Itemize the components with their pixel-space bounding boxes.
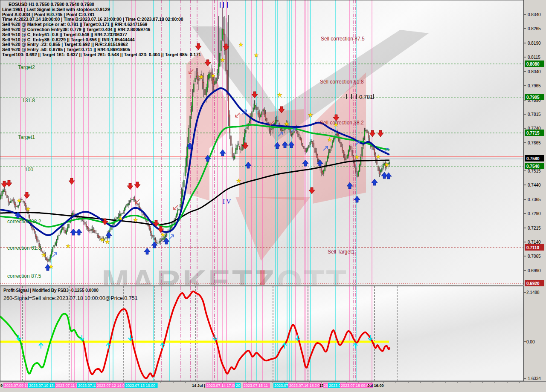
- time-label: 2023.07.14 17:00: [206, 383, 236, 388]
- star-icon: ★: [254, 52, 259, 58]
- star-icon: ★: [133, 216, 138, 223]
- star-icon: ★: [277, 92, 282, 98]
- price-tick-label: 0.7215: [528, 226, 541, 231]
- overlay-line: Sell %20 @ Entry -23: 0.855 | Target:0.6…: [2, 42, 128, 47]
- point-c-price-label: 0.781: [359, 94, 373, 100]
- time-label: 14 Jul (: [192, 383, 205, 388]
- price-tick-label: 0.7815: [528, 112, 541, 117]
- price-tick-label: 0.7665: [528, 141, 541, 145]
- time-label: 2023.07.09 19:0: [4, 383, 32, 388]
- price-tick-label: 0.8115: [528, 55, 540, 60]
- star-icon: ★: [238, 41, 244, 48]
- indicator-signal-label: 260-Signal=Sell since:2023.07.18 10:00:0…: [3, 295, 138, 301]
- price-tick-label: 0.7440: [528, 183, 541, 187]
- star-icon: ★: [376, 153, 381, 160]
- time-label: 2023.07: [274, 383, 288, 388]
- time-label: 2023.07.11 08: [56, 383, 80, 388]
- star-icon: ★: [236, 178, 241, 184]
- overlay-line: Sell %20 @ Entry -50: 0.8785 | Target:0.…: [2, 47, 130, 52]
- sell-level-label: Sell correction 38.2: [320, 120, 364, 126]
- fib-level-label: 131.8: [22, 98, 35, 104]
- time-label: 2023.07.15 11: [244, 383, 268, 388]
- price-badge: 0.7905: [526, 95, 540, 100]
- time-label: 9: [0, 383, 3, 388]
- price-tick-label: 0.7290: [528, 211, 541, 216]
- osc-scale-label: -1.6334: [526, 376, 541, 381]
- price-badge: 0.7715: [526, 131, 540, 135]
- price-badge: 0.7110: [526, 245, 539, 250]
- star-icon: ★: [49, 263, 54, 270]
- price-badge: 0.7540: [526, 164, 540, 169]
- price-tick-label: 0.8265: [528, 26, 541, 31]
- price-tick-label: 0.7365: [528, 197, 541, 202]
- price-tick-label: 0.7965: [528, 84, 541, 88]
- star-icon: ★: [100, 236, 105, 243]
- time-label: 2023.0: [329, 383, 341, 388]
- overlay-line: EOSUSD H1 0.7550 0.7580 0.7540 0.7580: [9, 2, 94, 7]
- price-tick-label: 0.7140: [528, 240, 541, 245]
- star-icon: ★: [308, 112, 313, 118]
- fib-level-label: correction 87.5: [7, 273, 41, 279]
- star-icon: ★: [384, 161, 389, 168]
- fib-level-label: 100: [25, 167, 33, 173]
- time-label: 20: [236, 383, 240, 388]
- overlay-line: Point A:0.834 | Point B:0.745 | Point C:…: [2, 12, 95, 17]
- overlay-line: Sell %10 @ C_Entry61: 0.8 || Target:0.54…: [2, 32, 127, 37]
- time-label: 2023.07.18 09:00: [341, 383, 371, 388]
- osc-scale-label: 2.1488: [526, 290, 540, 295]
- fib-level-label: Target1: [18, 134, 35, 140]
- price-badge: 0.7580: [526, 156, 540, 161]
- fib-level-label: Target2: [18, 64, 35, 70]
- wave-count-label: I V: [223, 198, 231, 205]
- overlay-line: Time A:2023.07.14 18:00:00 | Time B:2023…: [2, 17, 183, 22]
- star-icon: ★: [327, 136, 332, 143]
- price-tick-label: 0.8340: [528, 12, 541, 17]
- star-icon: ★: [199, 74, 204, 80]
- overlay-line: Sell %20 @ Correction Entry38: 0.779 || …: [2, 27, 151, 32]
- star-icon: ★: [105, 239, 110, 245]
- price-badge: 0.8080: [526, 62, 540, 66]
- star-icon: ★: [354, 154, 360, 160]
- price-tick-label: 0.8190: [528, 41, 541, 46]
- price-tick-label: 0.7065: [528, 254, 541, 259]
- star-icon: ★: [26, 206, 31, 212]
- sell-level-label: Sell correction 61.8: [320, 79, 364, 85]
- chart-canvas[interactable]: MARKETZIOTT★★★★★★★★★★★★★★★★★★★★★★★★Targe…: [0, 0, 546, 392]
- star-icon: ★: [211, 72, 216, 79]
- star-icon: ★: [118, 215, 123, 222]
- osc-scale-label: 0.00: [526, 340, 535, 344]
- star-icon: ★: [17, 197, 22, 204]
- time-label: 2023.07.13 10:00: [125, 383, 155, 388]
- time-label: 2023.07.10 13:00: [29, 383, 59, 388]
- sell-level-label: Sell correction 87.5: [321, 36, 365, 42]
- mt4-chart-window: MARKETZIOTT★★★★★★★★★★★★★★★★★★★★★★★★Targe…: [0, 0, 546, 392]
- fib-level-label: correction 38.2: [7, 219, 41, 225]
- fib-level-label: correction 61.8: [7, 245, 41, 251]
- time-label: Jul 16:00: [367, 383, 384, 388]
- indicator-title: Profit-Signal | Modified By FSB3 -0.1255…: [3, 288, 99, 293]
- overlay-line: Sell %20 @ Market price or at: 0.781 || …: [2, 22, 148, 27]
- overlay-line: Target100: 0.692 || Target 161: 0.637 ||…: [2, 52, 201, 57]
- overlay-line: Line:1961 | Last Signal is:Sell with sto…: [2, 7, 110, 12]
- star-icon: ★: [220, 57, 225, 63]
- star-icon: ★: [66, 243, 71, 249]
- time-label: 2023.07.12 14:00: [97, 383, 127, 388]
- price-tick-label: 0.8040: [528, 69, 541, 74]
- price-tick-label: 0.7515: [528, 169, 541, 173]
- star-icon: ★: [41, 252, 46, 258]
- price-badge: 0.6920: [526, 281, 540, 286]
- time-label: 2023.07.16 18:00: [289, 383, 319, 388]
- sell-level-label: Sell Target1: [328, 249, 354, 255]
- star-icon: ★: [284, 121, 289, 127]
- overlay-line: Sell %10 @ C_Entry88: 0.8229 || Target:0…: [2, 37, 135, 42]
- price-tick-label: 0.6990: [528, 268, 541, 273]
- star-icon: ★: [160, 231, 166, 238]
